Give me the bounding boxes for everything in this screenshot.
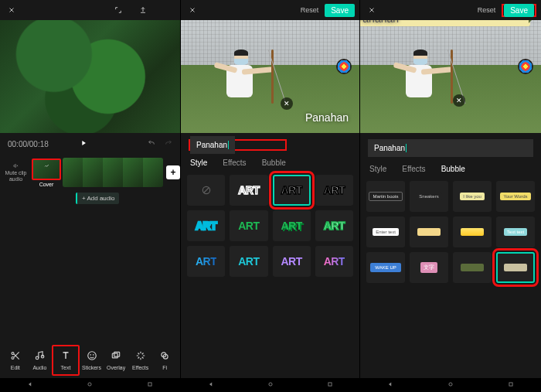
style-option[interactable]: ART [230, 246, 267, 277]
fullscreen-icon[interactable] [111, 3, 125, 17]
bubble-option[interactable]: Sneakers [410, 181, 448, 212]
undo-icon[interactable] [148, 139, 155, 148]
tool-filter[interactable]: Fi [152, 345, 177, 376]
panel-editor-main: 00:00 / 00:18 Mute clip audio Co [0, 0, 181, 392]
delete-text-icon[interactable]: ✕ [281, 97, 293, 110]
bubble-option[interactable] [453, 216, 492, 247]
style-option[interactable]: ART [273, 175, 311, 206]
android-nav [0, 378, 180, 392]
bubble-option[interactable]: Martin boots [366, 181, 405, 212]
tab-effects[interactable]: Effects [223, 159, 246, 167]
archer-figure [379, 43, 449, 121]
smiley-icon [87, 350, 97, 363]
mute-clip-button[interactable]: Mute clip audio [0, 155, 32, 190]
nav-recent-icon[interactable] [507, 380, 515, 390]
text-input[interactable]: Panahan [368, 139, 533, 157]
tool-effects[interactable]: Effects [128, 345, 153, 376]
tool-overlay[interactable]: Overlay [104, 345, 128, 376]
panel-text-bubble: Reset Save ✕ Panahan Panahan Style Effec… [360, 0, 541, 392]
tab-bubble[interactable]: Bubble [441, 165, 465, 173]
close-icon[interactable] [5, 3, 19, 17]
text-input-row: Panahan [181, 133, 359, 155]
reset-button[interactable]: Reset [478, 6, 496, 14]
style-option[interactable]: ART [187, 246, 225, 277]
style-option[interactable] [187, 175, 225, 206]
svg-rect-7 [112, 353, 117, 358]
video-clip[interactable] [63, 158, 163, 187]
tab-style[interactable]: Style [369, 165, 386, 173]
sparkle-icon [135, 350, 146, 363]
bubble-option[interactable] [410, 216, 448, 247]
filter-icon [159, 350, 170, 363]
add-audio-button[interactable]: + Add audio [76, 193, 119, 204]
tool-audio[interactable]: Audio [28, 345, 53, 376]
close-icon[interactable] [185, 3, 199, 17]
nav-home-icon[interactable] [86, 380, 94, 390]
style-option[interactable]: ART [273, 246, 311, 277]
bubble-option[interactable]: 文字 [410, 252, 448, 283]
tab-bubble[interactable]: Bubble [262, 159, 286, 167]
text-input[interactable]: Panahan [190, 136, 235, 154]
svg-rect-8 [114, 352, 120, 356]
add-clip-button[interactable]: + [166, 165, 180, 179]
svg-point-1 [12, 356, 14, 359]
redo-icon[interactable] [165, 139, 172, 148]
nav-back-icon[interactable] [26, 380, 34, 390]
delete-text-icon[interactable]: ✕ [453, 94, 465, 107]
nav-recent-icon[interactable] [146, 380, 154, 390]
style-option[interactable]: ART [315, 175, 353, 206]
style-option[interactable]: ART [230, 210, 267, 241]
video-preview-2[interactable]: ✕ Panahan [181, 20, 359, 133]
archer-figure [200, 43, 270, 121]
text-icon [60, 350, 71, 363]
tab-effects[interactable]: Effects [402, 165, 425, 173]
text-overlay[interactable]: Panahan [305, 111, 349, 124]
export-icon[interactable] [136, 3, 150, 17]
nav-back-icon[interactable] [207, 380, 215, 390]
video-track-row: Mute clip audio Cover + [0, 155, 180, 190]
reset-button[interactable]: Reset [301, 6, 319, 14]
play-icon[interactable] [80, 139, 87, 148]
android-nav [181, 378, 359, 392]
bubble-option[interactable]: Text text [496, 216, 535, 247]
style-option[interactable]: ART [187, 210, 225, 241]
bubble-option[interactable]: WAKE UP [366, 252, 405, 283]
bubble-option[interactable]: Your Words [496, 181, 535, 212]
style-option[interactable]: ART [273, 210, 311, 241]
save-button[interactable]: Save [325, 4, 355, 17]
style-option[interactable]: ART [315, 210, 353, 241]
nav-recent-icon[interactable] [326, 380, 334, 390]
style-grid: ARTARTARTARTARTARTARTARTARTARTART [181, 170, 359, 281]
style-option[interactable]: ART [315, 246, 353, 277]
svg-point-5 [90, 355, 90, 356]
cover-button[interactable]: Cover [32, 158, 61, 187]
timeline: Mute clip audio Cover + + Add audio [0, 155, 180, 206]
nav-back-icon[interactable] [386, 380, 394, 390]
tab-style[interactable]: Style [190, 159, 207, 167]
tool-text[interactable]: Text [52, 345, 80, 376]
tabs: Style Effects Bubble [181, 155, 359, 170]
svg-rect-17 [509, 383, 512, 386]
scissors-icon [10, 350, 21, 363]
panel-text-style: Reset Save ✕ Panahan Panahan Style Effec… [181, 0, 360, 392]
text-input-row: Panahan [360, 133, 541, 162]
bubble-option[interactable]: I like you [453, 181, 492, 212]
text-overlay-bubble[interactable]: Panahan [360, 20, 530, 26]
tool-stickers[interactable]: Stickers [80, 345, 104, 376]
timeline-controls: 00:00 / 00:18 [0, 133, 180, 155]
nav-home-icon[interactable] [447, 380, 454, 390]
style-option[interactable]: ART [230, 175, 267, 206]
topbar-2: Reset Save [181, 0, 359, 20]
video-preview-3[interactable]: ✕ Panahan [360, 20, 541, 133]
cover-thumbnail [32, 159, 61, 180]
audio-track-row: + Add audio [0, 190, 180, 206]
tool-edit[interactable]: Edit [3, 345, 28, 376]
video-track[interactable]: + [63, 158, 180, 187]
video-preview[interactable] [0, 20, 180, 133]
bubble-option[interactable] [453, 252, 492, 283]
nav-home-icon[interactable] [267, 380, 274, 390]
bubble-option[interactable]: Enter text [366, 216, 405, 247]
save-button[interactable]: Save [504, 4, 534, 17]
bubble-option[interactable] [496, 252, 535, 283]
close-icon[interactable] [365, 3, 379, 17]
